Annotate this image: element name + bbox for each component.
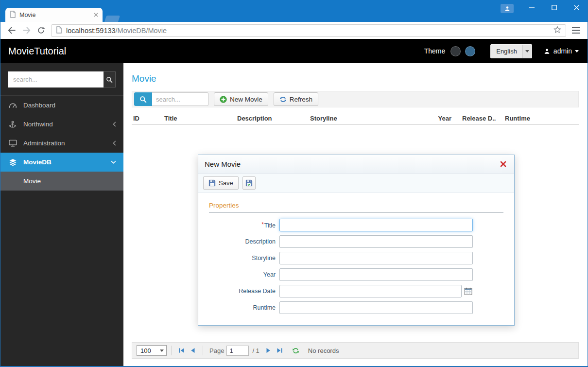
- field-label-release-date: Release Date: [209, 288, 276, 295]
- chevron-left-icon: [113, 122, 116, 127]
- search-icon: [139, 96, 147, 103]
- first-page-button[interactable]: [176, 345, 187, 356]
- dialog-toolbar: Save: [198, 174, 514, 193]
- form-row-year: Year: [209, 268, 503, 281]
- sidebar-search-input[interactable]: [8, 71, 104, 87]
- layout: Dashboard Northwind Administration: [0, 63, 588, 366]
- column-header-runtime[interactable]: Runtime: [496, 115, 537, 122]
- new-movie-button[interactable]: New Movie: [214, 92, 268, 106]
- sidebar-item-administration[interactable]: Administration: [0, 134, 123, 153]
- sidebar-item-northwind[interactable]: Northwind: [0, 115, 123, 134]
- app-header: MovieTutorial Theme English admin: [0, 39, 588, 63]
- column-header-release-date[interactable]: Release D...: [452, 115, 496, 122]
- quick-search-button[interactable]: [134, 92, 152, 106]
- page-number-input[interactable]: [226, 346, 249, 356]
- browser-menu-icon[interactable]: [569, 24, 583, 37]
- release-date-field[interactable]: [279, 285, 462, 297]
- description-field[interactable]: [279, 235, 473, 248]
- sidebar-search-button[interactable]: [104, 71, 116, 87]
- next-page-button[interactable]: [263, 345, 274, 356]
- pager-divider: [171, 346, 172, 355]
- column-header-id[interactable]: ID: [132, 115, 163, 122]
- theme-swatch-dark[interactable]: [450, 46, 461, 56]
- dialog-titlebar[interactable]: New Movie: [198, 155, 514, 174]
- user-menu[interactable]: admin: [544, 47, 579, 55]
- new-movie-label: New Movie: [230, 96, 262, 103]
- apply-changes-button[interactable]: [242, 176, 256, 190]
- browser-tab[interactable]: Movie: [5, 8, 103, 22]
- language-label: English: [491, 45, 522, 58]
- sidebar-item-label: MovieDB: [23, 158, 52, 166]
- year-field[interactable]: [279, 268, 473, 281]
- brand-title: MovieTutorial: [8, 46, 66, 57]
- theme-label: Theme: [424, 47, 446, 55]
- sidebar-item-dashboard[interactable]: Dashboard: [0, 96, 123, 115]
- refresh-button[interactable]: Refresh: [274, 92, 318, 106]
- pager-refresh-button[interactable]: [290, 345, 302, 356]
- tab-close-icon[interactable]: [94, 11, 98, 18]
- address-bar[interactable]: localhost:59133/MovieDB/Movie: [51, 24, 566, 37]
- sidebar-item-label: Administration: [23, 140, 65, 147]
- browser-titlebar: Movie: [0, 0, 588, 22]
- runtime-field[interactable]: [279, 301, 473, 314]
- back-button[interactable]: [4, 23, 19, 38]
- page-size-value: 100: [140, 347, 151, 354]
- save-button[interactable]: Save: [203, 176, 239, 190]
- user-name: admin: [553, 47, 572, 55]
- column-header-year[interactable]: Year: [430, 115, 452, 122]
- language-caret[interactable]: [522, 45, 532, 58]
- browser-window: Movie: [0, 0, 588, 367]
- bookmark-star-icon[interactable]: [553, 26, 561, 35]
- monitor-icon: [8, 140, 17, 147]
- form-row-storyline: Storyline: [209, 252, 503, 264]
- page-count: / 1: [252, 347, 259, 354]
- sidebar-item-label: Movie: [23, 177, 41, 185]
- layers-icon: [8, 158, 17, 166]
- sidebar-nav: Dashboard Northwind Administration: [0, 96, 123, 191]
- close-icon: [500, 161, 506, 167]
- grid-header: ID Title Description Storyline Year Rele…: [132, 112, 579, 125]
- new-tab-button[interactable]: [104, 16, 120, 22]
- column-header-description[interactable]: Description: [236, 115, 309, 122]
- page-security-icon: [56, 26, 62, 35]
- browser-profile-button[interactable]: [501, 4, 514, 13]
- grid-toolbar: New Movie Refresh: [132, 91, 579, 107]
- calendar-icon[interactable]: [464, 287, 472, 295]
- window-close-button[interactable]: [565, 0, 588, 15]
- title-field[interactable]: [279, 219, 473, 231]
- quick-search: [134, 92, 208, 106]
- header-right: Theme English admin: [424, 44, 579, 58]
- tab-title: Movie: [19, 12, 94, 18]
- window-minimize-button[interactable]: [520, 0, 543, 15]
- dashboard-icon: [8, 102, 17, 109]
- theme-swatch-blue[interactable]: [465, 46, 475, 56]
- column-header-storyline[interactable]: Storyline: [309, 115, 430, 122]
- sidebar: Dashboard Northwind Administration: [0, 63, 123, 366]
- language-selector[interactable]: English: [490, 44, 532, 58]
- forward-button[interactable]: [19, 23, 34, 38]
- select-caret-icon: [158, 346, 165, 355]
- chevron-down-icon: [525, 50, 529, 52]
- form-row-release-date: Release Date: [209, 285, 503, 297]
- chevron-down-icon: [111, 160, 116, 164]
- sidebar-item-label: Northwind: [23, 121, 53, 128]
- column-header-title[interactable]: Title: [163, 115, 236, 122]
- last-page-button[interactable]: [274, 345, 285, 356]
- sidebar-item-movie[interactable]: Movie: [0, 172, 123, 191]
- chevron-left-icon: [113, 140, 116, 146]
- sidebar-item-moviedb[interactable]: MovieDB: [0, 153, 123, 172]
- required-marker: *: [261, 221, 264, 228]
- url-text: localhost:59133/MovieDB/Movie: [66, 27, 553, 35]
- dialog-close-button[interactable]: [498, 159, 508, 169]
- storyline-field[interactable]: [279, 252, 473, 264]
- reload-button[interactable]: [34, 23, 48, 38]
- field-label-year: Year: [209, 271, 276, 278]
- page-size-select[interactable]: 100: [137, 345, 167, 356]
- save-label: Save: [219, 179, 233, 187]
- plus-icon: [220, 96, 227, 103]
- anchor-icon: [8, 121, 17, 128]
- quick-search-input[interactable]: [152, 92, 208, 106]
- window-maximize-button[interactable]: [543, 0, 565, 15]
- previous-page-button[interactable]: [187, 345, 198, 356]
- page-label: Page: [209, 347, 224, 354]
